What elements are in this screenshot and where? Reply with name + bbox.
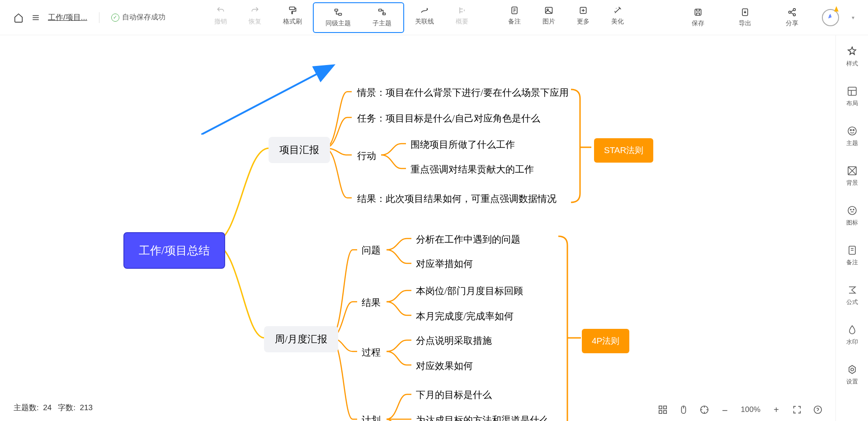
leaf-b1-4[interactable]: 结果：此次项目结果如何，可重点强调数据情况 [357, 192, 557, 205]
locate-icon[interactable] [699, 405, 709, 415]
leaf-b1-2[interactable]: 任务：项目目标是什么/自己对应角色是什么 [357, 112, 540, 125]
svg-rect-29 [663, 411, 666, 413]
svg-rect-1 [335, 9, 338, 11]
leaf-b1-3a[interactable]: 围绕项目所做了什么工作 [410, 138, 515, 151]
svg-rect-14 [848, 87, 856, 95]
svg-rect-9 [695, 9, 701, 15]
zoom-level[interactable]: 100% [741, 405, 760, 414]
leaf-b2-s4a[interactable]: 下月的目标是什么 [416, 388, 492, 401]
icon-panel-button[interactable]: 图标 [846, 205, 858, 227]
beautify-button[interactable]: 美化 [600, 2, 635, 29]
grid-icon[interactable] [658, 405, 668, 415]
svg-rect-26 [659, 406, 661, 409]
compass-icon[interactable] [822, 9, 839, 26]
toolbar: 工作/项目... ✓ 自动保存成功 撤销 恢复 格式刷 同级主题 子主题 关联线… [0, 0, 868, 35]
sibling-topic-button[interactable]: 同级主题 [315, 4, 362, 31]
leaf-b2-s1a[interactable]: 分析在工作中遇到的问题 [416, 233, 520, 246]
leaf-b1-3[interactable]: 行动 [357, 150, 376, 162]
leaf-b1-1[interactable]: 情景：项目在什么背景下进行/要在什么场景下应用 [357, 86, 569, 99]
root-node[interactable]: 工作/项目总结 [123, 232, 225, 269]
note-button[interactable]: 备注 [497, 2, 532, 29]
svg-line-25 [201, 66, 332, 135]
redo-button[interactable]: 恢复 [238, 2, 272, 29]
save-button[interactable]: 保存 [681, 4, 715, 31]
topic-count: 24 [43, 403, 52, 412]
svg-point-19 [848, 206, 856, 215]
leaf-b1-3b[interactable]: 重点强调对结果贡献大的工作 [410, 163, 534, 176]
note-panel-button[interactable]: 备注 [846, 245, 858, 267]
image-button[interactable]: 图片 [532, 2, 566, 29]
svg-rect-3 [379, 9, 382, 11]
save-status: ✓ 自动保存成功 [111, 13, 165, 22]
format-painter-button[interactable]: 格式刷 [272, 2, 313, 29]
export-button[interactable]: 导出 [728, 4, 762, 31]
sub-topic-button[interactable]: 子主题 [362, 4, 402, 31]
branch-node-1[interactable]: 项目汇报 [269, 137, 330, 163]
more-button[interactable]: 更多 [566, 2, 600, 29]
svg-point-21 [853, 209, 854, 210]
svg-rect-2 [339, 13, 342, 15]
svg-marker-23 [849, 365, 855, 374]
svg-point-12 [789, 11, 791, 13]
mindmap-canvas[interactable]: 工作/项目总结 项目汇报 周/月度汇报 STAR法则 4P法则 情景：项目在什么… [0, 35, 835, 421]
background-panel-button[interactable]: 背景 [846, 165, 858, 187]
word-count: 213 [80, 403, 92, 412]
settings-panel-button[interactable]: 设置 [846, 364, 858, 386]
relation-button[interactable]: 关联线 [404, 2, 445, 29]
undo-button[interactable]: 撤销 [203, 2, 238, 29]
zoom-out-button[interactable]: − [720, 405, 730, 415]
leaf-b2-s1[interactable]: 问题 [362, 244, 381, 257]
svg-rect-27 [663, 406, 666, 409]
leaf-b2-s3b[interactable]: 对应效果如何 [416, 360, 473, 372]
theme-panel-button[interactable]: 主题 [846, 126, 858, 147]
file-name[interactable]: 工作/项目... [48, 12, 87, 23]
side-panel: 样式 布局 主题 背景 图标 备注 公式 水印 设置 [835, 35, 868, 421]
share-button[interactable]: 分享 [775, 4, 809, 31]
topic-group-highlight: 同级主题 子主题 [313, 2, 404, 33]
style-panel-button[interactable]: 样式 [846, 46, 858, 68]
leaf-b2-s2[interactable]: 结果 [362, 296, 381, 309]
star-badge[interactable]: STAR法则 [594, 138, 653, 163]
svg-point-20 [850, 209, 851, 210]
leaf-b2-s4b[interactable]: 为达成目标的方法和渠道是什么 [416, 414, 549, 421]
layout-panel-button[interactable]: 布局 [846, 86, 858, 108]
svg-point-13 [793, 14, 796, 16]
leaf-b2-s2b[interactable]: 本月完成度/完成率如何 [416, 310, 514, 323]
status-bar: 主题数: 24 字数: 213 [14, 402, 93, 413]
leaf-b2-s1b[interactable]: 对应举措如何 [416, 257, 473, 270]
check-icon: ✓ [111, 14, 119, 22]
4p-badge[interactable]: 4P法则 [582, 329, 629, 353]
svg-point-24 [851, 368, 854, 371]
leaf-b2-s4[interactable]: 计划 [362, 414, 381, 421]
svg-rect-28 [659, 411, 661, 413]
menu-icon[interactable] [32, 14, 40, 22]
leaf-b2-s3a[interactable]: 分点说明采取措施 [416, 334, 492, 347]
formula-panel-button[interactable]: 公式 [846, 285, 858, 306]
summary-button[interactable]: 概要 [445, 2, 479, 29]
bottom-controls: − 100% + [658, 405, 823, 415]
leaf-b2-s3[interactable]: 过程 [362, 346, 381, 359]
home-icon[interactable] [14, 13, 24, 23]
fullscreen-icon[interactable] [792, 405, 802, 415]
branch-node-2[interactable]: 周/月度汇报 [264, 326, 338, 352]
annotation-arrow [201, 62, 337, 135]
help-icon[interactable] [813, 405, 823, 415]
svg-rect-0 [289, 7, 295, 9]
save-status-text: 自动保存成功 [122, 13, 165, 22]
zoom-in-button[interactable]: + [771, 405, 781, 415]
watermark-panel-button[interactable]: 水印 [846, 324, 858, 346]
svg-point-15 [848, 127, 856, 135]
svg-point-17 [853, 130, 854, 131]
leaf-b2-s2a[interactable]: 本岗位/部门月度目标回顾 [416, 285, 523, 297]
svg-point-16 [850, 130, 851, 131]
svg-point-11 [793, 8, 796, 10]
mouse-icon[interactable] [679, 405, 689, 415]
divider [99, 12, 99, 23]
chevron-down-icon[interactable]: ▾ [852, 14, 854, 21]
